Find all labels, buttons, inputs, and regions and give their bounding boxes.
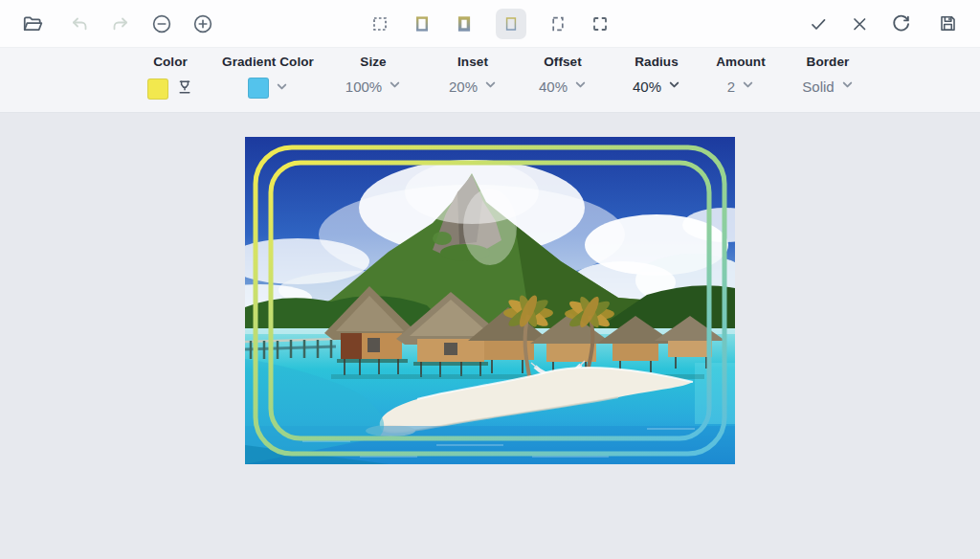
zoom-out-icon xyxy=(151,13,172,34)
gradient-color-label: Gradient Color xyxy=(222,55,314,69)
size-dropdown[interactable]: 100% xyxy=(345,78,401,95)
redo-button[interactable] xyxy=(110,13,131,34)
color-picker-icon[interactable] xyxy=(175,78,194,101)
amount-label: Amount xyxy=(716,55,766,69)
frame-thin-button[interactable] xyxy=(496,9,526,39)
offset-label: Offset xyxy=(544,55,582,69)
frame-style-group xyxy=(369,9,611,39)
setting-inset: Inset 20% xyxy=(434,48,511,95)
save-icon xyxy=(938,13,958,34)
canvas-image[interactable] xyxy=(245,137,735,464)
zoom-out-button[interactable] xyxy=(151,13,172,34)
setting-radius: Radius 40% xyxy=(618,48,695,95)
undo-icon xyxy=(70,14,89,34)
setting-border: Border Solid xyxy=(787,48,869,95)
refresh-icon xyxy=(891,13,911,34)
inset-dropdown[interactable]: 20% xyxy=(449,78,497,95)
check-icon xyxy=(809,14,828,34)
chevron-down-icon xyxy=(574,78,587,95)
chevron-down-icon xyxy=(484,78,497,95)
frame-medium-button[interactable] xyxy=(412,13,433,34)
cancel-button[interactable] xyxy=(849,13,870,34)
frame-corners-icon xyxy=(590,14,610,34)
settings-bar: Color Gradient Color Size 100% Inset 20%… xyxy=(0,48,980,113)
open-folder-icon xyxy=(22,13,43,34)
toolbar-right-group xyxy=(808,13,980,34)
zoom-in-button[interactable] xyxy=(192,13,213,34)
frame-thick-icon xyxy=(455,14,474,34)
frame-dashed-icon xyxy=(548,14,568,34)
frame-transparent-button[interactable] xyxy=(369,13,390,34)
confirm-button[interactable] xyxy=(808,13,829,34)
frame-corners-button[interactable] xyxy=(590,13,611,34)
top-toolbar xyxy=(0,0,980,48)
border-style-value: Solid xyxy=(802,78,834,95)
close-icon xyxy=(850,14,869,34)
border-label: Border xyxy=(807,55,850,69)
size-value: 100% xyxy=(345,78,382,95)
frame-dashed-button[interactable] xyxy=(547,13,568,34)
reset-button[interactable] xyxy=(890,13,911,34)
inset-label: Inset xyxy=(457,55,488,69)
frame-thick-button[interactable] xyxy=(454,13,475,34)
setting-offset: Offset 40% xyxy=(524,48,601,95)
setting-color: Color xyxy=(134,48,207,101)
offset-value: 40% xyxy=(539,78,568,95)
setting-gradient-color: Gradient Color xyxy=(220,48,316,99)
undo-button[interactable] xyxy=(69,13,90,34)
frame-thin-icon xyxy=(501,14,521,34)
radius-value: 40% xyxy=(633,78,661,95)
chevron-down-icon xyxy=(276,79,288,97)
amount-dropdown[interactable]: 2 xyxy=(727,78,754,95)
gradient-color-dropdown[interactable] xyxy=(248,78,288,99)
toolbar-left-group xyxy=(0,13,213,34)
save-button[interactable] xyxy=(937,13,958,34)
setting-amount: Amount 2 xyxy=(710,48,771,95)
tropical-photo xyxy=(245,137,735,464)
chevron-down-icon xyxy=(841,78,854,95)
chevron-down-icon xyxy=(668,78,680,95)
color-label: Color xyxy=(153,55,188,69)
setting-size: Size 100% xyxy=(333,48,413,95)
zoom-in-icon xyxy=(192,13,213,34)
gradient-color-swatch xyxy=(248,78,269,99)
color-swatch[interactable] xyxy=(147,78,168,100)
frame-medium-icon xyxy=(412,14,432,34)
border-style-dropdown[interactable]: Solid xyxy=(802,78,853,95)
redo-icon xyxy=(111,14,130,34)
offset-dropdown[interactable]: 40% xyxy=(539,78,587,95)
open-folder-button[interactable] xyxy=(22,13,43,34)
amount-value: 2 xyxy=(727,78,735,95)
chevron-down-icon xyxy=(742,78,754,95)
chevron-down-icon xyxy=(389,78,401,95)
radius-label: Radius xyxy=(635,55,679,69)
size-label: Size xyxy=(360,55,386,69)
inset-value: 20% xyxy=(449,78,478,95)
editor-canvas xyxy=(0,137,980,559)
radius-dropdown[interactable]: 40% xyxy=(633,78,680,95)
frame-transparent-icon xyxy=(370,14,390,34)
